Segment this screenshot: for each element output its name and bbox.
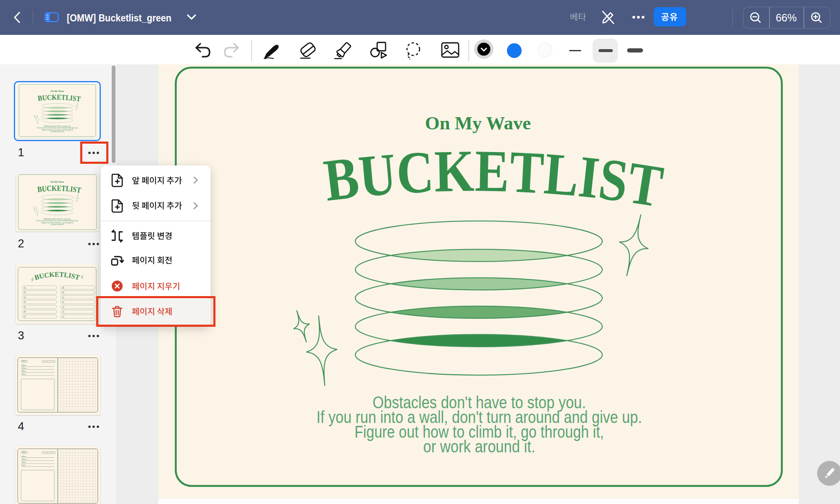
svg-text:or work around it.: or work around it.	[50, 223, 64, 226]
svg-text:Wish :: Wish :	[21, 464, 26, 466]
svg-text:When :: When :	[21, 455, 27, 457]
svg-text:What :: What :	[21, 461, 26, 463]
svg-text:06: 06	[24, 311, 26, 313]
svg-text:Where :: Where :	[21, 458, 27, 460]
svg-text:Week: Week	[22, 360, 26, 362]
svg-text:Week: Week	[22, 452, 26, 453]
svg-text:10: 10	[62, 297, 64, 299]
svg-text:or work around it.: or work around it.	[50, 130, 65, 133]
svg-text:When :: When :	[21, 364, 27, 366]
svg-text:What :: What :	[21, 370, 26, 372]
svg-text:BUCKETLIST: BUCKETLIST	[37, 93, 81, 103]
svg-text:11: 11	[62, 301, 64, 303]
svg-text:12: 12	[62, 306, 64, 308]
svg-text:or work around it.: or work around it.	[423, 437, 536, 456]
svg-text:05: 05	[24, 306, 26, 308]
svg-text:On My Wave: On My Wave	[50, 90, 64, 92]
svg-text:On My Wave: On My Wave	[425, 113, 531, 134]
svg-text:01: 01	[24, 287, 26, 289]
svg-text:07: 07	[24, 316, 26, 318]
svg-text:BUCKETLIST: BUCKETLIST	[320, 137, 667, 220]
svg-text:On My Wave: On My Wave	[50, 181, 64, 183]
svg-text:Wish :: Wish :	[21, 373, 26, 375]
svg-text:02: 02	[24, 291, 26, 294]
svg-text:Where :: Where :	[21, 367, 27, 369]
svg-text:03: 03	[24, 297, 26, 299]
svg-text:08: 08	[62, 287, 64, 289]
svg-text:09: 09	[62, 291, 64, 294]
svg-text:14: 14	[62, 316, 64, 318]
svg-text:BUCKETLIST: BUCKETLIST	[34, 270, 81, 282]
svg-text:04: 04	[24, 301, 26, 303]
svg-text:BUCKETLIST: BUCKETLIST	[37, 184, 82, 194]
svg-text:13: 13	[62, 311, 64, 313]
